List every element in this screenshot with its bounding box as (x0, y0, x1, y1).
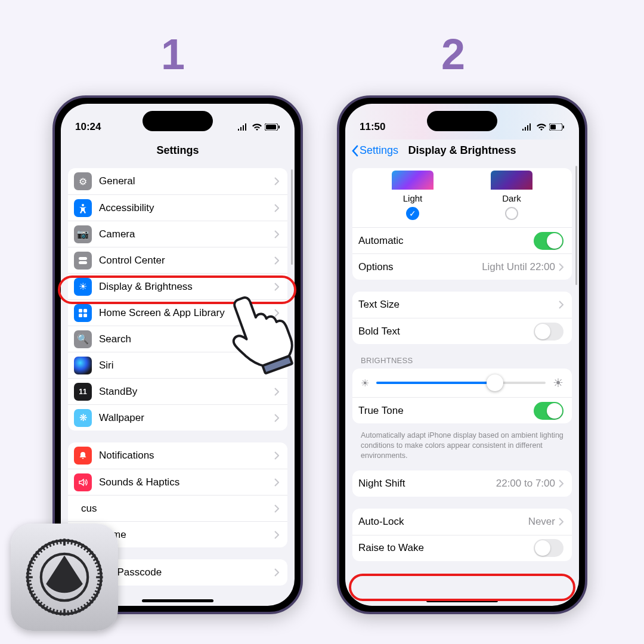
brightness-icon: ☀ (74, 278, 92, 296)
chevron-right-icon (559, 518, 564, 526)
grid-icon (74, 304, 92, 322)
battery-icon (265, 123, 280, 131)
accessibility-icon (74, 199, 92, 217)
row-bold-text[interactable]: Bold Text (352, 318, 572, 344)
chevron-right-icon (274, 414, 279, 422)
chevron-right-icon (274, 256, 279, 265)
svg-rect-13 (563, 126, 564, 129)
row-sounds[interactable]: Sounds & Haptics (68, 469, 287, 495)
chevron-right-icon (274, 478, 279, 487)
page-title: Display & Brightness (408, 144, 516, 157)
svg-line-50 (26, 581, 31, 581)
svg-line-34 (72, 610, 73, 615)
row-auto-lock[interactable]: Auto-LockNever (352, 509, 572, 535)
row-night-shift[interactable]: Night Shift22:00 to 7:00 (352, 470, 572, 497)
appearance-dark-option[interactable]: Dark (491, 171, 532, 220)
chevron-right-icon (274, 230, 279, 239)
light-thumbnail (392, 171, 434, 190)
svg-rect-2 (278, 126, 280, 129)
signal-icon (237, 123, 249, 131)
svg-line-65 (60, 539, 61, 544)
svg-line-80 (98, 573, 103, 574)
row-raise-to-wake[interactable]: Raise to Wake (352, 535, 572, 561)
svg-line-68 (72, 540, 73, 544)
svg-rect-6 (79, 309, 82, 312)
navbar: Settings (61, 138, 295, 163)
chevron-right-icon (274, 504, 279, 513)
chevron-right-icon (274, 204, 279, 212)
brightness-group: ☀ ☀ True Tone (352, 369, 572, 423)
wifi-icon (252, 123, 262, 131)
chevron-right-icon (559, 301, 564, 309)
toggle-true-tone[interactable] (534, 402, 564, 420)
scroll-indicator[interactable] (575, 166, 577, 285)
chevron-right-icon (274, 568, 279, 577)
siri-icon (74, 357, 92, 374)
row-accessibility[interactable]: Accessibility (68, 194, 287, 221)
svg-rect-12 (550, 125, 556, 129)
text-group: Text Size Bold Text (352, 292, 572, 344)
appearance-light-option[interactable]: Light ✓ (392, 171, 434, 220)
row-control-center[interactable]: Control Center (68, 247, 287, 273)
svg-line-37 (60, 611, 61, 615)
iphone-frame-2: 11:50 Settings Display & Brightness (337, 95, 587, 614)
row-true-tone[interactable]: True Tone (352, 397, 572, 423)
svg-rect-7 (83, 309, 87, 312)
svg-line-67 (68, 539, 69, 544)
checkmark-icon: ✓ (406, 207, 419, 220)
step-number-1: 1 (161, 30, 185, 79)
row-notifications[interactable]: Notifications (68, 442, 287, 469)
scroll-indicator[interactable] (291, 169, 293, 265)
row-text-size[interactable]: Text Size (352, 292, 572, 318)
row-focus[interactable]: cus (68, 495, 287, 521)
toggle-raise-to-wake[interactable] (534, 539, 564, 557)
chevron-right-icon (559, 263, 564, 271)
toggle-bold-text[interactable] (534, 323, 564, 340)
home-indicator[interactable] (426, 599, 498, 602)
chevron-right-icon (274, 388, 279, 396)
chevron-right-icon (274, 531, 279, 539)
toggle-automatic[interactable] (534, 232, 564, 250)
switches-icon (74, 252, 92, 270)
dynamic-island (427, 111, 497, 131)
appearance-group: Light ✓ Dark Automatic OptionsLight Unti… (352, 168, 572, 280)
svg-line-22 (98, 581, 103, 581)
wake-group: Auto-LockNever Raise to Wake (352, 509, 572, 561)
sun-small-icon: ☀ (361, 377, 369, 389)
svg-point-3 (82, 204, 84, 206)
pointer-hand-icon (227, 285, 304, 374)
navbar: Settings Display & Brightness (345, 138, 579, 163)
home-indicator[interactable] (142, 599, 213, 602)
svg-rect-1 (266, 125, 276, 129)
svg-line-53 (27, 569, 32, 571)
flower-icon: ❋ (74, 409, 92, 427)
svg-line-64 (57, 540, 58, 544)
row-standby[interactable]: 11StandBy (68, 378, 287, 404)
page-title: Settings (156, 144, 199, 157)
chevron-right-icon (559, 479, 564, 488)
battery-icon (549, 123, 565, 131)
dark-thumbnail (491, 171, 532, 190)
true-tone-footer: Automatically adapt iPhone display based… (352, 427, 572, 461)
row-automatic[interactable]: Automatic (352, 227, 572, 253)
row-camera[interactable]: 📷Camera (68, 221, 287, 247)
svg-line-79 (97, 569, 102, 571)
row-wallpaper[interactable]: ❋Wallpaper (68, 404, 287, 431)
brightness-slider[interactable] (376, 382, 546, 384)
svg-line-35 (68, 611, 69, 615)
back-button[interactable]: Settings (351, 144, 398, 157)
chevron-left-icon (351, 145, 358, 157)
camera-icon: 📷 (74, 225, 92, 243)
radio-unchecked-icon (505, 207, 518, 220)
step-number-2: 2 (441, 30, 465, 79)
status-time: 11:50 (360, 121, 385, 133)
status-time: 10:24 (75, 121, 101, 133)
brightness-header: BRIGHTNESS (352, 356, 572, 369)
bell-icon (74, 447, 92, 465)
svg-rect-8 (79, 314, 82, 317)
chevron-right-icon (274, 177, 279, 185)
svg-line-38 (57, 610, 58, 615)
row-options[interactable]: OptionsLight Until 22:00 (352, 253, 572, 280)
row-general[interactable]: ⚙General (68, 168, 287, 194)
gear-large-icon (23, 535, 106, 619)
